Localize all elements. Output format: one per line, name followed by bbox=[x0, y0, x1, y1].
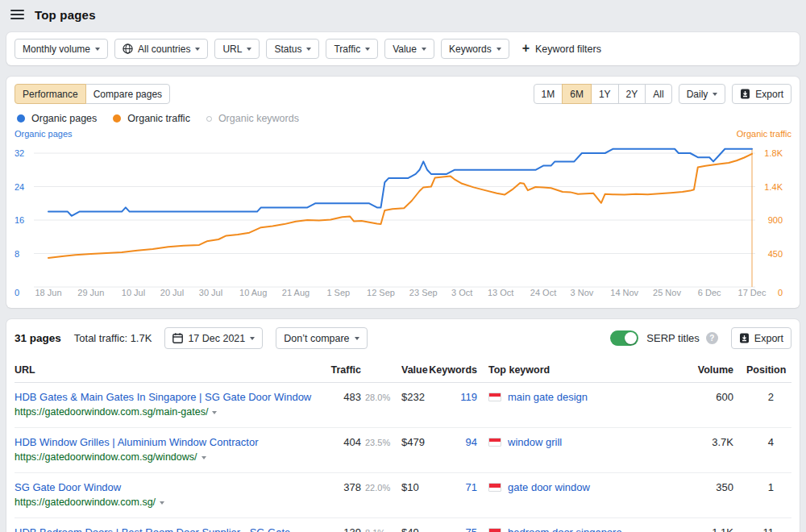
page-title-link[interactable]: HDB Window Grilles | Aluminium Window Co… bbox=[15, 436, 321, 448]
svg-text:17 Dec: 17 Dec bbox=[738, 288, 767, 297]
filter-monthly-volume[interactable]: Monthly volume bbox=[15, 39, 108, 59]
svg-text:21 Aug: 21 Aug bbox=[282, 288, 310, 297]
svg-text:29 Jun: 29 Jun bbox=[77, 288, 104, 297]
position-cell: 4 bbox=[746, 436, 791, 448]
keyword-filters-label: Keyword filters bbox=[535, 44, 601, 55]
singapore-flag-icon bbox=[488, 393, 501, 401]
chevron-down-icon bbox=[247, 48, 251, 51]
page-url-dropdown[interactable]: https://gatedoorwindow.com.sg/windows/ bbox=[15, 451, 321, 463]
filter-label: Value bbox=[393, 44, 417, 55]
page-title-link[interactable]: HDB Gates & Main Gates In Singapore | SG… bbox=[15, 391, 321, 403]
serp-titles-label: SERP titles bbox=[646, 332, 700, 344]
keyword-filters-button[interactable]: + Keyword filters bbox=[522, 44, 601, 55]
legend-organic-traffic[interactable]: Organic traffic bbox=[113, 113, 190, 124]
table-export-button[interactable]: Export bbox=[731, 327, 791, 349]
filter-label: URL bbox=[222, 44, 242, 55]
view-tabs: Performance Compare pages bbox=[15, 84, 170, 104]
volume-cell: 3.7K bbox=[695, 436, 746, 448]
filter-status[interactable]: Status bbox=[266, 39, 319, 59]
column-header-top-keyword[interactable]: Top keyword bbox=[477, 364, 695, 376]
chevron-down-icon bbox=[195, 48, 200, 51]
legend-dot-icon bbox=[206, 116, 212, 122]
svg-text:18 Jun: 18 Jun bbox=[35, 288, 61, 297]
filter-bar: Monthly volumeAll countriesURLStatusTraf… bbox=[6, 32, 800, 65]
url-cell: HDB Bedroom Doors | Best Room Door Suppl… bbox=[15, 526, 321, 532]
granularity-dropdown[interactable]: Daily bbox=[679, 84, 726, 104]
legend-label: Organic traffic bbox=[127, 113, 190, 124]
url-cell: HDB Window Grilles | Aluminium Window Co… bbox=[15, 436, 321, 463]
keywords-count-link[interactable]: 119 bbox=[442, 391, 477, 403]
url-cell: SG Gate Door Windowhttps://gatedoorwindo… bbox=[15, 481, 321, 508]
traffic-percent: 23.5% bbox=[361, 436, 395, 447]
keywords-count-link[interactable]: 94 bbox=[442, 436, 477, 448]
position-cell: 1 bbox=[746, 481, 791, 493]
legend-dot-icon bbox=[17, 114, 25, 123]
svg-text:32: 32 bbox=[15, 148, 24, 158]
page-title-link[interactable]: SG Gate Door Window bbox=[15, 481, 321, 493]
svg-text:0: 0 bbox=[778, 288, 783, 297]
filter-value[interactable]: Value bbox=[384, 39, 434, 59]
serp-titles-toggle[interactable] bbox=[610, 330, 638, 346]
svg-text:30 Jul: 30 Jul bbox=[199, 288, 222, 297]
filter-all-countries[interactable]: All countries bbox=[114, 39, 208, 59]
page-url: https://gatedoorwindow.com.sg/ bbox=[15, 497, 156, 508]
tab-performance[interactable]: Performance bbox=[15, 84, 86, 104]
chevron-down-icon bbox=[95, 48, 100, 51]
filter-keywords[interactable]: Keywords bbox=[441, 39, 509, 59]
range-2y[interactable]: 2Y bbox=[618, 84, 646, 104]
singapore-flag-icon bbox=[488, 528, 501, 532]
svg-text:Organic traffic: Organic traffic bbox=[737, 129, 791, 139]
range-1m[interactable]: 1M bbox=[534, 84, 563, 104]
top-keyword-link[interactable]: main gate design bbox=[508, 391, 588, 403]
chevron-down-icon bbox=[496, 48, 501, 51]
filter-traffic[interactable]: Traffic bbox=[326, 39, 378, 59]
pages-table-card: 31 pages Total traffic: 1.7K 17 Dec 2021… bbox=[6, 319, 800, 532]
top-bar: Top pages bbox=[0, 0, 806, 29]
column-header-position[interactable]: Position bbox=[746, 364, 791, 376]
top-keyword-cell: main gate design bbox=[477, 391, 695, 403]
top-keyword-link[interactable]: bedroom door singapore bbox=[508, 526, 622, 532]
date-picker-button[interactable]: 17 Dec 2021 bbox=[164, 327, 263, 349]
range-1y[interactable]: 1Y bbox=[591, 84, 619, 104]
page-url: https://gatedoorwindow.com.sg/windows/ bbox=[15, 451, 197, 463]
traffic-value: 404 bbox=[321, 436, 361, 448]
column-header-traffic[interactable]: Traffic bbox=[321, 364, 361, 376]
export-label: Export bbox=[755, 89, 783, 100]
export-file-icon bbox=[740, 89, 750, 99]
range-6m[interactable]: 6M bbox=[562, 84, 592, 104]
page-url-dropdown[interactable]: https://gatedoorwindow.com.sg/main-gates… bbox=[15, 406, 321, 418]
keywords-count-link[interactable]: 75 bbox=[442, 526, 477, 532]
filter-url[interactable]: URL bbox=[214, 39, 260, 59]
volume-cell: 600 bbox=[695, 391, 746, 403]
legend-organic-pages[interactable]: Organic pages bbox=[17, 113, 97, 124]
range-selector: 1M6M1Y2YAll bbox=[534, 84, 672, 104]
svg-text:24 Oct: 24 Oct bbox=[530, 288, 556, 297]
legend-label: Organic pages bbox=[31, 113, 97, 124]
organic-performance-chart[interactable]: Organic pagesOrganic traffic008450169002… bbox=[15, 127, 791, 301]
column-header-keywords[interactable]: Keywords bbox=[429, 364, 477, 376]
position-cell: 2 bbox=[746, 391, 791, 403]
keywords-count-link[interactable]: 71 bbox=[442, 481, 477, 493]
tab-compare-pages[interactable]: Compare pages bbox=[85, 84, 170, 104]
svg-text:3 Oct: 3 Oct bbox=[451, 288, 472, 297]
compare-dropdown[interactable]: Don’t compare bbox=[276, 327, 367, 349]
legend-organic-keywords[interactable]: Organic keywords bbox=[206, 113, 299, 124]
hamburger-menu-icon[interactable] bbox=[10, 10, 24, 19]
page-title-link[interactable]: HDB Bedroom Doors | Best Room Door Suppl… bbox=[15, 526, 321, 532]
svg-text:24: 24 bbox=[15, 182, 24, 192]
column-header-url[interactable]: URL bbox=[15, 364, 321, 376]
top-keyword-link[interactable]: window grill bbox=[508, 436, 562, 448]
traffic-percent: 8.1% bbox=[361, 526, 395, 532]
top-keyword-link[interactable]: gate door window bbox=[508, 481, 590, 493]
filter-label: Traffic bbox=[334, 44, 360, 55]
toggle-knob bbox=[625, 332, 637, 344]
page-title: Top pages bbox=[35, 8, 96, 22]
svg-text:12 Sep: 12 Sep bbox=[367, 288, 395, 297]
chart-export-button[interactable]: Export bbox=[732, 84, 791, 104]
range-all[interactable]: All bbox=[645, 84, 671, 104]
chevron-down-icon bbox=[365, 48, 370, 51]
column-header-volume[interactable]: Volume bbox=[695, 364, 746, 376]
page-url-dropdown[interactable]: https://gatedoorwindow.com.sg/ bbox=[15, 497, 321, 508]
help-icon[interactable]: ? bbox=[706, 332, 718, 344]
svg-text:Organic pages: Organic pages bbox=[15, 129, 73, 139]
